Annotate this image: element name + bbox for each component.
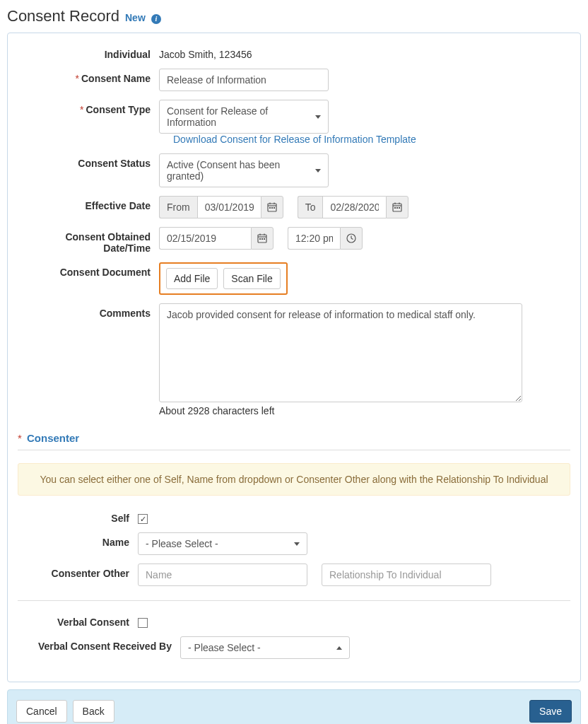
label-individual: Individual xyxy=(18,45,159,60)
effective-from-input[interactable] xyxy=(197,196,261,218)
info-icon[interactable]: i xyxy=(151,14,161,24)
chevron-down-icon xyxy=(294,542,300,546)
consenter-name-select[interactable]: - Please Select - xyxy=(138,532,307,555)
svg-line-23 xyxy=(351,238,353,240)
svg-rect-20 xyxy=(264,238,265,240)
consenter-section-header: * Consenter xyxy=(18,425,570,450)
svg-rect-5 xyxy=(271,207,273,209)
label-consent-name: *Consent Name xyxy=(18,69,159,84)
page-title: Consent Record xyxy=(7,7,119,25)
label-name: Name xyxy=(18,532,138,548)
calendar-obtained-button[interactable] xyxy=(251,227,274,250)
individual-value: Jacob Smith, 123456 xyxy=(159,45,252,60)
scan-file-button[interactable]: Scan File xyxy=(223,268,280,289)
label-verbal-consent: Verbal Consent xyxy=(18,612,138,628)
calendar-icon xyxy=(392,202,402,212)
form-panel: Individual Jacob Smith, 123456 *Consent … xyxy=(7,33,581,682)
svg-rect-13 xyxy=(399,207,400,209)
verbal-consent-checkbox[interactable] xyxy=(138,618,148,628)
obtained-date-input[interactable] xyxy=(159,227,251,250)
new-label: New xyxy=(125,12,146,23)
add-file-button[interactable]: Add File xyxy=(166,268,218,289)
cancel-button[interactable]: Cancel xyxy=(16,700,67,723)
consent-type-select[interactable]: Consent for Release of Information xyxy=(159,100,329,134)
relationship-input[interactable] xyxy=(322,564,491,586)
label-consent-status: Consent Status xyxy=(18,153,159,169)
consenter-name-value: - Please Select - xyxy=(146,538,218,549)
svg-rect-11 xyxy=(394,207,396,209)
consent-status-value: Active (Consent has been granted) xyxy=(167,159,315,182)
label-effective-date: Effective Date xyxy=(18,196,159,211)
clock-button[interactable] xyxy=(340,227,363,250)
label-comments: Comments xyxy=(18,303,159,319)
save-button[interactable]: Save xyxy=(529,700,572,723)
chevron-down-icon xyxy=(315,169,321,173)
svg-rect-18 xyxy=(259,238,261,240)
label-consent-type: *Consent Type xyxy=(18,100,159,115)
calendar-to-button[interactable] xyxy=(386,196,408,218)
label-obtained-datetime: Consent Obtained Date/Time xyxy=(18,227,159,254)
verbal-by-select[interactable]: - Please Select - xyxy=(180,636,350,659)
consent-type-value: Consent for Release of Information xyxy=(167,105,315,128)
svg-rect-19 xyxy=(261,238,263,240)
calendar-icon xyxy=(257,233,267,243)
clock-icon xyxy=(346,233,356,243)
back-button[interactable]: Back xyxy=(73,700,114,723)
effective-to-input[interactable] xyxy=(322,196,386,218)
consenter-info-banner: You can select either one of Self, Name … xyxy=(18,463,570,496)
consenter-other-name-input[interactable] xyxy=(138,564,307,586)
divider xyxy=(18,600,570,601)
verbal-by-value: - Please Select - xyxy=(188,642,261,653)
chevron-up-icon xyxy=(336,646,342,650)
label-self: Self xyxy=(18,508,138,524)
comments-textarea[interactable] xyxy=(159,303,522,402)
chevron-down-icon xyxy=(315,115,321,119)
label-verbal-by: Verbal Consent Received By xyxy=(18,636,180,652)
svg-rect-4 xyxy=(269,207,271,209)
self-checkbox[interactable]: ✓ xyxy=(138,514,148,524)
consent-name-input[interactable] xyxy=(159,69,329,91)
comments-char-count: About 2928 characters left xyxy=(159,405,274,416)
svg-rect-12 xyxy=(396,207,398,209)
download-template-link[interactable]: Download Consent for Release of Informat… xyxy=(173,134,416,145)
svg-rect-6 xyxy=(274,207,275,209)
label-consenter-other: Consenter Other xyxy=(18,564,138,579)
footer-bar: Cancel Back Save xyxy=(7,689,581,724)
document-buttons-highlight: Add File Scan File xyxy=(159,262,288,295)
calendar-from-button[interactable] xyxy=(261,196,283,218)
consent-status-select[interactable]: Active (Consent has been granted) xyxy=(159,153,329,187)
to-label: To xyxy=(298,196,323,218)
calendar-icon xyxy=(267,202,277,212)
obtained-time-input[interactable] xyxy=(288,227,340,250)
label-consent-document: Consent Document xyxy=(18,262,159,278)
from-label: From xyxy=(159,196,197,218)
